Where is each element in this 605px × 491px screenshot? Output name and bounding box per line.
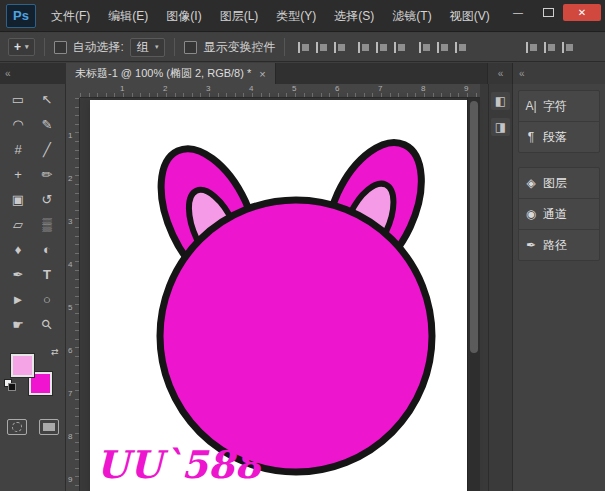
eyedropper-tool[interactable]: ╱: [33, 137, 62, 162]
panel-button-paths[interactable]: ✒ 路径: [519, 229, 599, 260]
restore-button[interactable]: [533, 4, 563, 21]
tool-icon: ►: [12, 292, 25, 307]
tools-panel: ▭ ↖ ◠ ✎ # ╱ + ✏ ▣ ↺: [0, 84, 66, 491]
align-bottom-edges-icon[interactable]: [333, 42, 346, 53]
toolbar-bottom: [7, 419, 59, 435]
menu-item[interactable]: 图层(L): [211, 0, 268, 32]
menu-item[interactable]: 编辑(E): [99, 0, 157, 32]
hand-tool[interactable]: ☛: [4, 312, 33, 337]
menu-item[interactable]: 文件(F): [42, 0, 99, 32]
minimize-button[interactable]: —: [503, 4, 533, 21]
tool-icon: ☛: [12, 317, 24, 332]
menu-item[interactable]: 图像(I): [157, 0, 210, 32]
crop-tool[interactable]: #: [4, 137, 33, 162]
distribute-horizontal-centers-icon[interactable]: [436, 42, 449, 53]
history-brush-tool[interactable]: ↺: [33, 187, 62, 212]
menu-item[interactable]: 视图(V): [441, 0, 499, 32]
collapse-arrows-icon: «: [519, 68, 524, 79]
vertical-scrollbar[interactable]: [467, 98, 480, 491]
distribute-left-edges-icon[interactable]: [418, 42, 431, 53]
pen-tool[interactable]: ✒: [4, 262, 33, 287]
align-horizontal-centers-icon[interactable]: [375, 42, 388, 53]
distribute-top-edges-icon[interactable]: [525, 42, 538, 53]
panel-dock: A| 字符 ¶ 段落 ◈ 图层 ◉ 通道 ✒ 路径: [512, 84, 605, 491]
collapsed-panel-icon-1[interactable]: ◧: [491, 92, 510, 110]
quick-selection-tool[interactable]: ✎: [33, 112, 62, 137]
clone-stamp-tool[interactable]: ▣: [4, 187, 33, 212]
align-left-edges-icon[interactable]: [357, 42, 370, 53]
align-top-edges-icon[interactable]: [297, 42, 310, 53]
type-tool[interactable]: T: [33, 262, 62, 287]
auto-select-dropdown[interactable]: 组 ▾: [130, 38, 166, 57]
tool-icon: ↖: [42, 92, 53, 107]
canvas[interactable]: UU`588: [90, 100, 467, 491]
ruler-number: 7: [378, 84, 421, 97]
tool-preset-picker[interactable]: + ▾: [8, 38, 35, 56]
distribute-vertical-centers-icon[interactable]: [543, 42, 556, 53]
ruler-number: 1: [120, 84, 163, 97]
close-button[interactable]: ✕: [563, 4, 601, 21]
brush-tool[interactable]: ✏: [33, 162, 62, 187]
default-colors-icon[interactable]: [4, 379, 17, 392]
path-selection-tool[interactable]: ►: [4, 287, 33, 312]
eraser-tool[interactable]: ▱: [4, 212, 33, 237]
panel-button-layers[interactable]: ◈ 图层: [519, 168, 599, 198]
auto-select-value: 组: [137, 39, 149, 56]
tool-icon: ▭: [12, 92, 24, 107]
panel-label: 段落: [543, 129, 567, 146]
distribute-right-edges-icon[interactable]: [454, 42, 467, 53]
panel-collapse[interactable]: «: [512, 63, 605, 84]
menu-item[interactable]: 选择(S): [325, 0, 383, 32]
menu-item[interactable]: 类型(Y): [267, 0, 325, 32]
tool-icon: ╱: [43, 142, 51, 157]
tab-close-icon[interactable]: ×: [259, 68, 265, 80]
ellipse-tool[interactable]: ○: [33, 287, 62, 312]
blur-tool[interactable]: ♦: [4, 237, 33, 262]
panel-button-channels[interactable]: ◉ 通道: [519, 198, 599, 229]
ruler-number: 9: [66, 475, 80, 491]
ruler-number: 1: [66, 131, 80, 174]
rectangular-marquee-tool[interactable]: ▭: [4, 87, 33, 112]
dodge-tool[interactable]: ◐: [33, 237, 62, 262]
screen-mode-icon[interactable]: [39, 419, 59, 435]
move-tool[interactable]: ↖: [33, 87, 62, 112]
panel-group-layers: ◈ 图层 ◉ 通道 ✒ 路径: [518, 167, 600, 261]
switch-colors-icon[interactable]: ⇄: [51, 347, 59, 357]
tool-icon: ▣: [12, 192, 24, 207]
document-tab[interactable]: 未标题-1 @ 100% (椭圆 2, RGB/8) * ×: [66, 63, 276, 84]
auto-select-checkbox[interactable]: [54, 41, 67, 54]
tool-icon: ▱: [13, 217, 23, 232]
scrollbar-thumb[interactable]: [470, 101, 478, 353]
toolbar-collapse[interactable]: «: [0, 63, 66, 84]
collapse-arrows-icon: «: [498, 68, 503, 79]
menu-item[interactable]: 滤镜(T): [383, 0, 440, 32]
rail-collapse[interactable]: «: [487, 63, 512, 84]
align-right-edges-icon[interactable]: [393, 42, 406, 53]
tool-icon: ♦: [15, 242, 22, 257]
show-transform-checkbox[interactable]: [184, 41, 197, 54]
panel-button-paragraph[interactable]: ¶ 段落: [519, 121, 599, 152]
ruler-number: 7: [66, 389, 80, 432]
distribute-bottom-edges-icon[interactable]: [561, 42, 574, 53]
foreground-color-swatch[interactable]: [11, 354, 34, 377]
tool-icon: #: [14, 142, 21, 157]
panel-button-character[interactable]: A| 字符: [519, 91, 599, 121]
vertical-ruler[interactable]: 123456789: [66, 98, 80, 491]
quick-mask-icon[interactable]: [7, 419, 27, 435]
bunny-head[interactable]: [160, 200, 432, 472]
ruler-number: 4: [249, 84, 292, 97]
tool-icon: ↺: [42, 192, 53, 207]
lasso-tool[interactable]: ◠: [4, 112, 33, 137]
horizontal-ruler[interactable]: 123456789: [80, 84, 480, 98]
panel-icon: ◨: [495, 120, 506, 134]
spot-healing-brush-tool[interactable]: +: [4, 162, 33, 187]
ruler-number: 5: [66, 303, 80, 346]
ruler-number: 2: [66, 174, 80, 217]
collapsed-panel-rail: ◧◨: [488, 84, 512, 491]
collapsed-panel-icon-2[interactable]: ◨: [491, 118, 510, 136]
gradient-tool[interactable]: ▒: [33, 212, 62, 237]
panel-group-text: A| 字符 ¶ 段落: [518, 90, 600, 153]
ruler-number: 8: [66, 432, 80, 475]
zoom-tool[interactable]: ⚲: [33, 312, 62, 337]
align-vertical-centers-icon[interactable]: [315, 42, 328, 53]
